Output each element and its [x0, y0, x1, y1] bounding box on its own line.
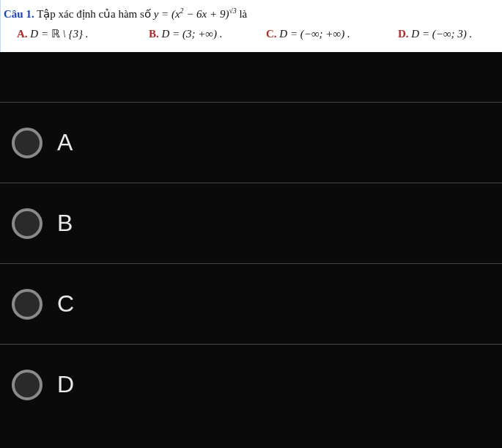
question-equation: y = (x2 − 6x + 9)√3 [154, 8, 237, 20]
inline-option-b-label: B. [149, 28, 159, 40]
radio-icon[interactable] [12, 289, 43, 320]
radio-icon[interactable] [12, 128, 43, 158]
inline-option-c: C. D = (−∞; +∞) . [266, 26, 398, 43]
radio-icon[interactable] [12, 370, 43, 400]
radio-icon[interactable] [12, 208, 43, 239]
choice-letter: C [57, 290, 74, 317]
inline-option-b-body: D = (3; +∞) . [162, 28, 223, 40]
choice-row-a[interactable]: A [0, 102, 502, 183]
inline-option-d-label: D. [398, 28, 409, 40]
question-prompt-before: Tập xác định của hàm số [34, 8, 154, 20]
inline-answer-row: A. D = ℝ \ {3} . B. D = (3; +∞) . C. D =… [17, 26, 499, 43]
question-prompt-after: là [237, 8, 248, 20]
question-block: Câu 1. Tập xác định của hàm số y = (x2 −… [0, 0, 502, 52]
choice-row-d[interactable]: D [0, 344, 502, 425]
choice-list: A B C D [0, 102, 502, 425]
inline-option-d-body: D = (−∞; 3) . [411, 28, 472, 40]
inline-option-b: B. D = (3; +∞) . [149, 26, 266, 43]
inline-option-a-label: A. [17, 28, 28, 40]
choice-letter: A [57, 129, 73, 156]
question-text: Câu 1. Tập xác định của hàm số y = (x2 −… [4, 6, 499, 23]
choice-row-b[interactable]: B [0, 183, 502, 263]
inline-option-c-label: C. [266, 28, 277, 40]
inline-option-a-body: D = ℝ \ {3} . [30, 28, 88, 40]
inline-option-c-body: D = (−∞; +∞) . [279, 28, 350, 40]
inline-option-d: D. D = (−∞; 3) . [398, 26, 472, 43]
choice-row-c[interactable]: C [0, 263, 502, 344]
choice-letter: D [57, 371, 74, 398]
inline-option-a: A. D = ℝ \ {3} . [17, 26, 149, 43]
question-number: Câu 1. [4, 8, 34, 20]
choice-letter: B [57, 210, 73, 237]
